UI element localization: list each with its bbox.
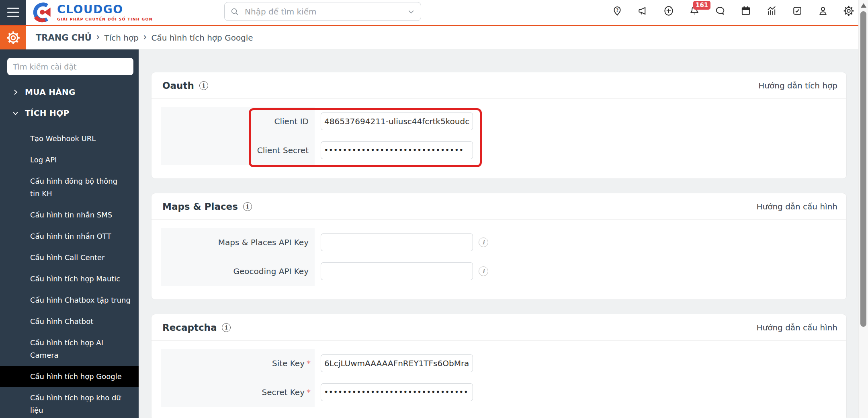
breadcrumb-home[interactable]: TRANG CHỦ [36, 33, 92, 43]
topbar-icon-row: ? 161 [612, 5, 854, 16]
required-asterisk: * [307, 387, 311, 397]
maps-api-key-label: Maps & Places API Key [151, 238, 315, 247]
breadcrumb-separator: › [96, 32, 100, 42]
breadcrumb-current-page: Cấu hình tích hợp Google [151, 33, 253, 43]
sidebar-item-call-center[interactable]: Cấu hình Call Center [0, 247, 139, 268]
analytics-chart-icon[interactable] [766, 5, 777, 16]
chevron-right-icon [12, 89, 19, 96]
sidebar-item-mautic[interactable]: Cấu hình tích hợp Mautic [0, 268, 139, 289]
recaptcha-card: Recaptcha Hướng dẫn cấu hình Site Key* S… [151, 314, 847, 418]
global-search-input[interactable] [244, 6, 407, 17]
form-row: Site Key* [151, 349, 846, 378]
card-title: Recaptcha [162, 322, 217, 333]
sidebar-item-kho-du-lieu[interactable]: Cấu hình tích hợp kho dữ liệu [0, 387, 139, 418]
client-secret-label: Client Secret [151, 145, 315, 155]
tasks-checkbox-icon[interactable] [792, 5, 803, 16]
breadcrumb-separator: › [143, 32, 147, 42]
oauth-card: Oauth Hướng dẫn tích hợp Client ID Clien… [151, 72, 847, 179]
info-icon[interactable] [199, 81, 208, 90]
secret-key-label: Secret Key* [151, 387, 315, 397]
breadcrumb: TRANG CHỦ › Tích hợp › Cấu hình tích hợp… [36, 33, 253, 43]
sidebar-search-input[interactable] [7, 58, 133, 75]
main-content: Oauth Hướng dẫn tích hợp Client ID Clien… [139, 49, 858, 418]
card-body: Client ID Client Secret [151, 107, 846, 165]
sidebar-item-tao-webhook-url[interactable]: Tạo Webhook URL [0, 128, 139, 149]
client-id-label: Client ID [151, 117, 315, 126]
search-icon [230, 7, 239, 16]
card-title: Maps & Places [162, 201, 238, 212]
card-title: Oauth [162, 80, 194, 91]
form-row: Maps & Places API Key [151, 228, 846, 257]
sidebar-item-tin-nhan-sms[interactable]: Cấu hình tin nhắn SMS [0, 204, 139, 225]
secret-key-input[interactable] [321, 383, 473, 401]
form-row: Client Secret [151, 136, 846, 165]
app-window: CLOUDGO GIẢI PHÁP CHUYỂN ĐỔI SỐ TINH GỌN… [0, 0, 868, 418]
gear-icon [6, 31, 20, 45]
user-profile-icon[interactable] [817, 5, 829, 16]
settings-sidebar: MUA HÀNG TÍCH HỢP Tạo Webhook URL Log AP… [0, 49, 139, 418]
sidebar-item-google-active[interactable]: Cấu hình tích hợp Google [0, 366, 139, 387]
sidebar-section-label: TÍCH HỢP [25, 108, 70, 118]
geocoding-api-key-label: Geocoding API Key [151, 266, 315, 276]
scrollbar-up-arrow[interactable] [861, 3, 866, 8]
sidebar-section-tich-hop[interactable]: TÍCH HỢP [0, 102, 139, 123]
chevron-down-icon [12, 110, 19, 117]
cloudgo-logo[interactable]: CLOUDGO GIẢI PHÁP CHUYỂN ĐỔI SỐ TINH GỌN [31, 2, 153, 23]
notifications-bell-icon[interactable]: 161 [689, 5, 700, 16]
config-guide-link[interactable]: Hướng dẫn cấu hình [756, 323, 837, 332]
settings-gear-icon[interactable] [843, 5, 854, 16]
location-help-icon[interactable]: ? [612, 5, 623, 16]
calendar-icon[interactable] [740, 5, 751, 16]
notification-count-badge: 161 [693, 1, 710, 10]
config-guide-link[interactable]: Hướng dẫn cấu hình [756, 202, 837, 211]
sidebar-item-log-api[interactable]: Log API [0, 149, 139, 170]
info-icon[interactable] [479, 238, 488, 247]
card-body: Site Key* Secret Key* [151, 349, 846, 407]
card-body: Maps & Places API Key Geocoding API Key [151, 228, 846, 286]
breadcrumb-row: TRANG CHỦ › Tích hợp › Cấu hình tích hợp… [0, 25, 868, 49]
form-row: Secret Key* [151, 378, 846, 407]
cloudgo-logo-icon [31, 2, 53, 23]
announcement-megaphone-icon[interactable] [637, 5, 649, 16]
svg-text:?: ? [616, 8, 618, 12]
card-header: Oauth Hướng dẫn tích hợp [151, 72, 846, 99]
sidebar-item-tin-nhan-ott[interactable]: Cấu hình tin nhắn OTT [0, 225, 139, 247]
form-row: Client ID [151, 107, 846, 136]
geocoding-api-key-input[interactable] [321, 262, 473, 280]
card-header: Maps & Places Hướng dẫn cấu hình [151, 193, 846, 220]
sidebar-item-ai-camera[interactable]: Cấu hình tích hợp AI Camera [0, 332, 139, 366]
chat-bubble-icon[interactable] [714, 5, 726, 16]
sidebar-item-chatbox-tap-trung[interactable]: Cấu hình Chatbox tập trung [0, 289, 139, 311]
logo-tagline: GIẢI PHÁP CHUYỂN ĐỔI SỐ TINH GỌN [57, 17, 153, 21]
sidebar-section-label: MUA HÀNG [25, 87, 76, 97]
site-key-label: Site Key* [151, 359, 315, 368]
client-id-input[interactable] [321, 113, 473, 130]
sidebar-item-chatbot[interactable]: Cấu hình Chatbot [0, 311, 139, 332]
site-key-input[interactable] [321, 354, 473, 372]
maps-api-key-input[interactable] [321, 234, 473, 251]
info-icon[interactable] [243, 202, 252, 211]
client-secret-input[interactable] [321, 141, 473, 159]
add-plus-icon[interactable] [663, 5, 674, 16]
hamburger-menu-button[interactable] [0, 0, 26, 25]
sidebar-item-list: Tạo Webhook URL Log API Cấu hình đồng bộ… [0, 128, 139, 418]
info-icon[interactable] [222, 323, 231, 332]
settings-tile[interactable] [0, 26, 26, 49]
card-header: Recaptcha Hướng dẫn cấu hình [151, 314, 846, 341]
integration-guide-link[interactable]: Hướng dẫn tích hợp [758, 81, 837, 90]
topbar: CLOUDGO GIẢI PHÁP CHUYỂN ĐỔI SỐ TINH GỌN… [0, 0, 868, 25]
logo-text: CLOUDGO [57, 4, 153, 15]
global-search [224, 2, 421, 21]
maps-places-card: Maps & Places Hướng dẫn cấu hình Maps & … [151, 193, 847, 300]
form-row: Geocoding API Key [151, 257, 846, 286]
scrollbar-thumb[interactable] [860, 11, 866, 327]
info-icon[interactable] [479, 266, 488, 276]
breadcrumb-integration[interactable]: Tích hợp [104, 33, 139, 43]
chevron-down-icon[interactable] [407, 8, 415, 16]
page-scrollbar [858, 0, 868, 418]
sidebar-item-dong-bo-thong-tin-kh[interactable]: Cấu hình đồng bộ thông tin KH [0, 170, 139, 204]
required-asterisk: * [307, 359, 311, 368]
sidebar-section-mua-hang[interactable]: MUA HÀNG [0, 82, 139, 102]
